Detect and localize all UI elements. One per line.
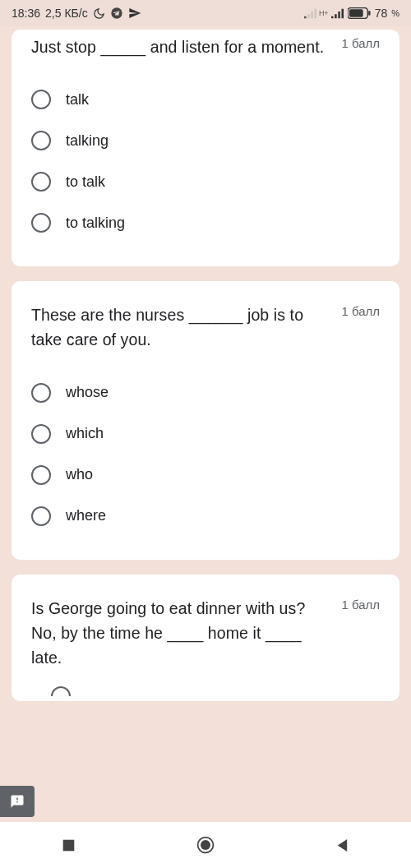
triangle-left-icon bbox=[335, 838, 350, 853]
svg-rect-4 bbox=[63, 839, 75, 851]
option-item[interactable]: whose bbox=[31, 372, 380, 413]
option-item[interactable]: to talk bbox=[31, 161, 380, 202]
telegram-circle-icon bbox=[110, 7, 123, 20]
radio-icon bbox=[31, 90, 51, 109]
option-item[interactable]: talking bbox=[31, 120, 380, 161]
signal-icon bbox=[331, 8, 344, 19]
question-card: Just stop _____ and listen for a moment.… bbox=[12, 30, 399, 266]
svg-rect-3 bbox=[368, 11, 370, 16]
svg-rect-2 bbox=[349, 9, 363, 16]
radio-icon bbox=[31, 131, 51, 150]
send-icon bbox=[128, 7, 141, 20]
alert-icon bbox=[10, 794, 25, 809]
radio-icon bbox=[31, 506, 51, 526]
option-item[interactable]: where bbox=[31, 496, 380, 537]
radio-icon bbox=[31, 465, 51, 485]
question-points: 1 балл bbox=[341, 35, 380, 50]
option-item[interactable]: who bbox=[31, 455, 380, 496]
option-item[interactable]: which bbox=[31, 413, 380, 455]
status-data-rate: 2,5 КБ/с bbox=[45, 7, 88, 20]
report-button[interactable] bbox=[0, 786, 35, 817]
radio-icon bbox=[31, 213, 51, 233]
options-group: talk talking to talk to talking bbox=[31, 79, 380, 243]
radio-icon bbox=[31, 172, 51, 192]
option-label: whose bbox=[66, 384, 109, 401]
radio-icon bbox=[31, 383, 51, 403]
option-item[interactable]: to talking bbox=[31, 202, 380, 243]
circle-icon bbox=[196, 835, 215, 855]
option-label: to talk bbox=[66, 173, 105, 191]
status-bar: 18:36 2,5 КБ/с H+ 78 % bbox=[0, 0, 411, 26]
option-item[interactable]: talk bbox=[31, 79, 380, 120]
signal-weak-icon bbox=[304, 8, 316, 19]
option-label: to talking bbox=[66, 215, 125, 232]
square-icon bbox=[62, 838, 76, 852]
network-label: H+ bbox=[319, 9, 329, 17]
question-text: These are the nurses ______ job is to ta… bbox=[31, 302, 331, 352]
question-text: Is George going to eat dinner with us? N… bbox=[31, 596, 331, 671]
question-card: Is George going to eat dinner with us? N… bbox=[12, 575, 399, 702]
navigation-bar bbox=[0, 822, 411, 868]
radio-icon bbox=[51, 686, 71, 696]
options-group bbox=[31, 686, 380, 696]
moon-icon bbox=[93, 7, 105, 20]
svg-point-6 bbox=[201, 840, 210, 850]
option-label: where bbox=[66, 507, 106, 524]
option-label: talking bbox=[66, 132, 109, 150]
battery-icon bbox=[348, 7, 371, 19]
question-text: Just stop _____ and listen for a moment. bbox=[31, 35, 331, 59]
radio-icon bbox=[31, 424, 51, 444]
options-group: whose which who where bbox=[31, 372, 380, 537]
status-right: H+ 78 % bbox=[304, 7, 399, 20]
question-card: These are the nurses ______ job is to ta… bbox=[12, 281, 399, 559]
nav-home-button[interactable] bbox=[177, 829, 234, 861]
option-label: who bbox=[66, 466, 93, 483]
battery-unit: % bbox=[391, 8, 399, 18]
battery-percent: 78 bbox=[375, 7, 388, 20]
form-content: Just stop _____ and listen for a moment.… bbox=[0, 26, 411, 822]
option-label: talk bbox=[66, 91, 89, 108]
nav-back-button[interactable] bbox=[314, 829, 372, 861]
question-points: 1 балл bbox=[341, 596, 380, 612]
question-points: 1 балл bbox=[341, 302, 380, 318]
status-left: 18:36 2,5 КБ/с bbox=[12, 7, 141, 20]
option-label: which bbox=[66, 425, 104, 442]
nav-recent-button[interactable] bbox=[39, 829, 97, 861]
status-time: 18:36 bbox=[12, 7, 40, 20]
